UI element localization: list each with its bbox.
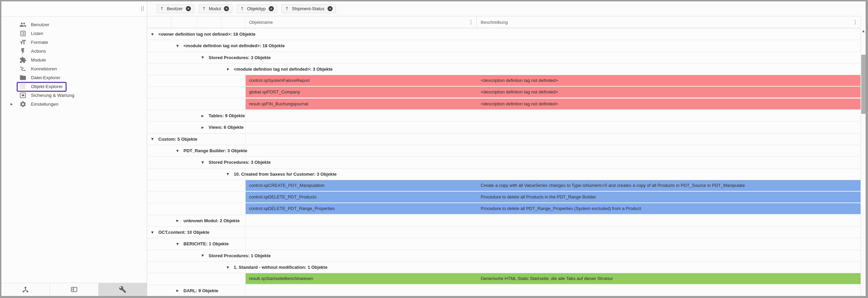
row-highlight-band: control.spDELETE_PDT_Range_PropertiesPro… — [246, 203, 861, 214]
vertical-scrollbar[interactable]: ▲ — [861, 16, 866, 296]
caret-expanded-icon[interactable]: ▼ — [151, 137, 154, 141]
tree-leaf-row[interactable]: result.spFIN_Buchungsjournal<description… — [147, 99, 861, 110]
tree-leaf-row[interactable]: result.spStartseiteBerichtswesenGenerisc… — [147, 273, 861, 285]
tree-leaf-row[interactable]: global.spPOST_Company<description defint… — [147, 87, 861, 98]
caret-collapsed-icon[interactable]: ▶ — [201, 114, 204, 118]
filter-chip-modul[interactable]: ↑Modul✕ — [199, 4, 232, 13]
tree-leaf-row[interactable]: control.spSystemFailureReport<descriptio… — [147, 75, 861, 87]
filter-chip-label: Shipment-Status — [292, 6, 324, 11]
sidebar-item-einstellungen[interactable]: ▶Einstellungen — [1, 100, 147, 108]
tree-group-row[interactable]: ▼10. Created from Saxess for Customer: 3… — [147, 169, 861, 180]
caret-expanded-icon[interactable]: ▼ — [201, 161, 204, 164]
object-name-cell: control.spDELETE_PDT_Products — [249, 192, 317, 203]
caret-expanded-icon[interactable]: ▼ — [201, 56, 204, 59]
sidebar-item-sicherung-wartung[interactable]: Sicherung & Wartung — [1, 91, 147, 100]
object-description-cell: Create a copy with all ValueSeries chang… — [481, 180, 745, 191]
filter-chip-besitzer[interactable]: ↑Besitzer✕ — [157, 4, 194, 13]
object-description-cell: <description defintion tag not definded> — [481, 75, 558, 86]
column-header-label: Beschreibung — [481, 20, 508, 25]
row-highlight-band: control.spSystemFailureReport<descriptio… — [246, 75, 861, 86]
remove-filter-icon[interactable]: ✕ — [269, 6, 274, 11]
caret-expanded-icon[interactable]: ▼ — [227, 266, 229, 269]
tree-group-row[interactable]: ▼Stored Procedures: 3 Objekte — [147, 52, 861, 64]
remove-filter-icon[interactable]: ✕ — [186, 6, 191, 11]
gear-icon — [19, 101, 26, 108]
sidebar-nav: BenutzerListenFormateActionsModuleKonnek… — [1, 20, 147, 108]
group-row-label: <module defintion tag not definded>: 3 O… — [234, 64, 333, 75]
filter-chip-objekttyp[interactable]: ↑Objekttyp✕ — [237, 4, 277, 13]
tree-group-row[interactable]: ▼OCT.content: 10 Objekte — [147, 227, 861, 238]
sidebar-item-label: Einstellungen — [31, 102, 58, 107]
row-highlight-band: result.spFIN_Buchungsjournal<description… — [246, 99, 861, 109]
caret-collapsed-icon[interactable]: ▶ — [176, 219, 179, 222]
tree-group-row[interactable]: ▼<owner definition tag not defined>: 18 … — [147, 29, 861, 40]
sidebar-tab-layout[interactable] — [50, 283, 99, 296]
caret-expanded-icon[interactable]: ▼ — [176, 44, 179, 48]
filter-chip-bar: ↑Besitzer✕↑Modul✕↑Objekttyp✕↑Shipment-St… — [147, 1, 861, 16]
tree-group-row[interactable]: ▼<module defintion tag not definded>: 3 … — [147, 64, 861, 75]
caret-expanded-icon[interactable]: ▼ — [201, 254, 204, 257]
group-row-label: Views: 6 Objekte — [209, 122, 244, 133]
caret-collapsed-icon[interactable]: ▶ — [201, 126, 204, 129]
remove-filter-icon[interactable]: ✕ — [327, 6, 333, 11]
tree-group-row[interactable]: ▼1. Standard - without modification: 1 O… — [147, 262, 861, 273]
tree-group-row[interactable]: ▼Stored Procedures: 1 Objekte — [147, 250, 861, 262]
sidebar-item-label: Listen — [31, 31, 43, 36]
tree-leaf-row[interactable]: control.spCREATE_PDT_ManipulationCreate … — [147, 180, 861, 192]
tree-group-row[interactable]: ▶Views: 6 Objekte — [147, 122, 861, 133]
sort-ascending-icon: ↑ — [160, 6, 164, 11]
tree-group-row[interactable]: ▼Custom: 5 Objekte — [147, 134, 861, 145]
sidebar-item-konnektoren[interactable]: Konnektoren — [1, 64, 147, 73]
caret-expanded-icon[interactable]: ▼ — [151, 33, 154, 36]
tree-group-row[interactable]: ▶DARL: 9 Objekte — [147, 285, 861, 296]
tree-group-row[interactable]: ▶Tables: 9 Objekte — [147, 110, 861, 122]
column-header-objektname[interactable]: Objektname ⋮ — [245, 16, 477, 28]
folder-icon — [19, 74, 26, 81]
group-row-label: Stored Procedures: 3 Objekte — [209, 157, 271, 168]
sidebar-item-listen[interactable]: Listen — [1, 29, 147, 38]
sidebar-item-formate[interactable]: Formate — [1, 38, 147, 47]
caret-expanded-icon[interactable]: ▼ — [151, 231, 154, 234]
bolt-icon — [19, 48, 26, 55]
sort-ascending-icon: ↑ — [202, 6, 206, 11]
caret-expanded-icon[interactable]: ▼ — [227, 68, 229, 71]
connector-icon — [19, 65, 26, 72]
column-header-beschreibung[interactable]: Beschreibung ⋮ — [477, 16, 861, 28]
expand-caret-icon[interactable]: ▶ — [11, 103, 13, 106]
sidebar-tab-hierarchy[interactable] — [1, 283, 50, 296]
tree-leaf-row[interactable]: control.spDELETE_PDT_Range_PropertiesPro… — [147, 203, 861, 215]
group-row-label: Stored Procedures: 3 Objekte — [209, 52, 271, 63]
caret-expanded-icon[interactable]: ▼ — [227, 172, 229, 176]
scroll-up-arrow-icon[interactable]: ▲ — [861, 29, 866, 33]
filter-chip-shipment-status[interactable]: ↑Shipment-Status✕ — [282, 4, 336, 13]
group-row-label: DARL: 9 Objekte — [183, 285, 218, 296]
list-icon — [19, 30, 26, 37]
scrollbar-thumb[interactable] — [861, 55, 866, 114]
caret-expanded-icon[interactable]: ▼ — [176, 242, 179, 246]
remove-filter-icon[interactable]: ✕ — [224, 6, 229, 11]
caret-collapsed-icon[interactable]: ▶ — [176, 289, 179, 292]
tree-spacer-column — [147, 16, 171, 28]
tree-group-row[interactable]: ▼PDT_Range Builder: 3 Objekte — [147, 145, 861, 157]
sidebar-item-datei-explorer[interactable]: Datei-Explorer — [1, 73, 147, 82]
tree-group-row[interactable]: ▼<module defintion tag not definded>: 18… — [147, 40, 861, 52]
column-menu-icon[interactable]: ⋮ — [468, 20, 474, 25]
sidebar-item-benutzer[interactable]: Benutzer — [1, 20, 147, 29]
caret-expanded-icon[interactable]: ▼ — [176, 149, 179, 153]
format-icon — [19, 39, 26, 46]
sidebar-item-label: Datei-Explorer — [31, 75, 60, 80]
tree-group-row[interactable]: ▼BERICHTE: 1 Objekte — [147, 238, 861, 250]
panel-resize-handle-icon[interactable] — [141, 6, 144, 11]
column-menu-icon[interactable]: ⋮ — [853, 20, 858, 25]
sidebar-item-module[interactable]: Module — [1, 55, 147, 64]
tree-group-row[interactable]: ▼Stored Procedures: 3 Objekte — [147, 157, 861, 168]
tree-leaf-row[interactable]: control.spDELETE_PDT_ProductsProcedure t… — [147, 192, 861, 203]
tree-table-body: ▼<owner definition tag not defined>: 18 … — [147, 29, 861, 296]
object-name-cell: control.spSystemFailureReport — [249, 75, 309, 86]
sidebar-item-actions[interactable]: Actions — [1, 47, 147, 55]
tree-group-row[interactable]: ▶unknown Modul: 2 Objekte — [147, 215, 861, 227]
object-name-cell: global.spPOST_Company — [249, 87, 300, 98]
sidebar-tab-tools[interactable] — [99, 283, 147, 296]
sidebar-item-objekt-explorer[interactable]: Objekt-Explorer — [1, 82, 147, 91]
app-window: BenutzerListenFormateActionsModuleKonnek… — [1, 1, 866, 296]
